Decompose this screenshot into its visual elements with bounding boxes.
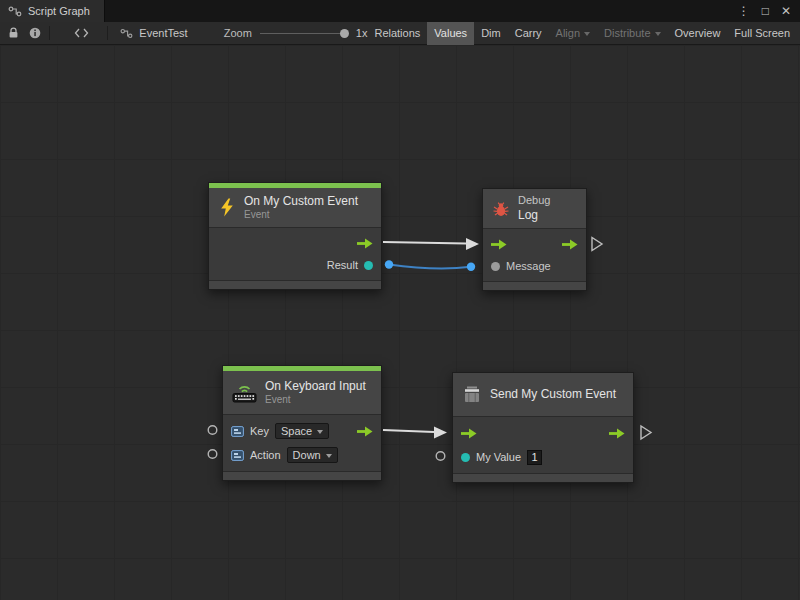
node-pretitle: Debug xyxy=(518,194,550,207)
connection-endpoint-dot xyxy=(385,260,393,268)
graph-canvas[interactable]: On My Custom Event Event Result xyxy=(0,45,800,600)
window-menu-icon[interactable]: ⋮ xyxy=(738,5,750,17)
keycode-type-icon xyxy=(231,426,244,437)
node-title: Log xyxy=(518,208,550,223)
tab-title: Script Graph xyxy=(28,5,90,17)
key-dropdown[interactable]: Space xyxy=(275,423,329,439)
relations-button[interactable]: Relations xyxy=(367,22,427,45)
connection-flow-custom-event-to-log[interactable] xyxy=(383,242,466,244)
distribute-button[interactable]: Distribute xyxy=(597,22,667,45)
unconnected-value-port-icon[interactable] xyxy=(208,450,217,459)
node-body: My Value 1 xyxy=(453,417,633,473)
node-body: Result xyxy=(209,228,381,280)
flow-row xyxy=(483,233,586,255)
action-dropdown-value: Down xyxy=(293,448,321,463)
graph-name: EventTest xyxy=(139,27,187,39)
align-button[interactable]: Align xyxy=(549,22,597,45)
enum-type-icon xyxy=(231,450,244,461)
unconnected-value-port-icon[interactable] xyxy=(208,426,217,435)
connection-arrowhead-icon xyxy=(466,238,479,250)
zoom-slider-knob[interactable] xyxy=(340,29,349,38)
node-header[interactable]: Send My Custom Event xyxy=(453,373,633,417)
node-footer xyxy=(223,471,381,480)
fullscreen-button[interactable]: Full Screen xyxy=(727,22,797,45)
values-button[interactable]: Values xyxy=(427,22,474,45)
my-value-input[interactable]: 1 xyxy=(527,450,542,465)
connection-arrowhead-icon xyxy=(434,427,447,439)
connection-endpoint-dot xyxy=(467,263,475,271)
overview-label: Overview xyxy=(675,27,721,39)
my-value-port-row: My Value 1 xyxy=(453,445,633,469)
relations-label: Relations xyxy=(374,27,420,39)
chevron-down-icon xyxy=(326,454,332,458)
key-port-row: Key Space xyxy=(223,419,381,443)
port-label-my-value: My Value xyxy=(476,451,521,463)
flow-input-port-icon[interactable] xyxy=(491,239,507,250)
maximize-icon[interactable]: □ xyxy=(762,5,769,17)
port-label-message: Message xyxy=(506,260,551,272)
value-input-port[interactable] xyxy=(461,453,470,462)
graph-icon xyxy=(8,6,22,17)
dim-label: Dim xyxy=(481,27,501,39)
node-header[interactable]: On Keyboard Input Event xyxy=(223,371,381,415)
action-port-row: Action Down xyxy=(223,443,381,467)
flow-output-port-icon[interactable] xyxy=(357,426,373,437)
script-graph-window: Script Graph ⋮ □ ✕ xyxy=(0,0,800,600)
code-view-button[interactable] xyxy=(71,22,93,45)
unconnected-value-port-icon[interactable] xyxy=(436,452,445,461)
node-footer xyxy=(209,280,381,289)
toolbar: EventTest Zoom 1x Relations Values Dim C… xyxy=(0,22,800,45)
port-label-key: Key xyxy=(250,425,269,437)
node-header[interactable]: On My Custom Event Event xyxy=(209,188,381,228)
value-input-port[interactable] xyxy=(491,262,500,271)
node-on-my-custom-event[interactable]: On My Custom Event Event Result xyxy=(208,182,382,290)
code-icon xyxy=(74,28,89,38)
node-header[interactable]: Debug Log xyxy=(483,189,586,229)
unconnected-flow-port-icon[interactable] xyxy=(592,238,602,251)
info-icon xyxy=(29,27,41,39)
action-dropdown[interactable]: Down xyxy=(287,447,338,463)
unconnected-flow-port-icon[interactable] xyxy=(641,426,651,439)
chevron-down-icon xyxy=(655,32,661,36)
close-icon[interactable]: ✕ xyxy=(781,5,791,17)
overview-button[interactable]: Overview xyxy=(668,22,728,45)
titlebar: Script Graph ⋮ □ ✕ xyxy=(0,0,800,22)
keyboard-signal-icon xyxy=(232,382,257,403)
lock-icon xyxy=(8,27,19,39)
node-send-my-custom-event[interactable]: Send My Custom Event My Value 1 xyxy=(452,372,634,483)
result-port-row: Result xyxy=(209,254,381,276)
fullscreen-label: Full Screen xyxy=(734,27,790,39)
key-dropdown-value: Space xyxy=(281,424,312,439)
tab-script-graph[interactable]: Script Graph xyxy=(0,0,105,22)
flow-output-port-icon[interactable] xyxy=(357,238,373,249)
flow-output-port-icon[interactable] xyxy=(609,428,625,439)
values-label: Values xyxy=(434,27,467,39)
connection-flow-keyboard-to-send[interactable] xyxy=(383,430,434,432)
zoom-label: Zoom xyxy=(224,27,252,39)
node-subtitle: Event xyxy=(244,209,358,221)
graph-breadcrumb[interactable]: EventTest xyxy=(110,27,197,39)
connections-overlay xyxy=(0,45,800,600)
zoom-slider[interactable] xyxy=(260,28,348,39)
carry-button[interactable]: Carry xyxy=(508,22,549,45)
flow-output-port-icon[interactable] xyxy=(562,239,578,250)
inspect-button[interactable] xyxy=(25,22,47,45)
toolbar-separator xyxy=(49,26,50,40)
flow-input-port-icon[interactable] xyxy=(461,428,477,439)
value-output-port[interactable] xyxy=(364,261,373,270)
connection-value-result-to-message[interactable] xyxy=(389,265,471,269)
custom-event-icon xyxy=(462,385,482,405)
chevron-down-icon xyxy=(584,32,590,36)
dim-button[interactable]: Dim xyxy=(474,22,508,45)
lock-button[interactable] xyxy=(3,22,25,45)
node-title: Send My Custom Event xyxy=(490,387,616,402)
node-debug-log[interactable]: Debug Log Message xyxy=(482,188,587,291)
flow-output-row xyxy=(209,232,381,254)
node-body: Key Space Action xyxy=(223,415,381,471)
node-subtitle: Event xyxy=(265,394,366,406)
node-on-keyboard-input[interactable]: On Keyboard Input Event Key Space xyxy=(222,365,382,481)
toolbar-buttons: Relations Values Dim Carry Align Distrib… xyxy=(367,22,797,45)
zoom-slider-track xyxy=(260,33,348,35)
flow-row xyxy=(453,421,633,445)
toolbar-separator xyxy=(107,26,108,40)
